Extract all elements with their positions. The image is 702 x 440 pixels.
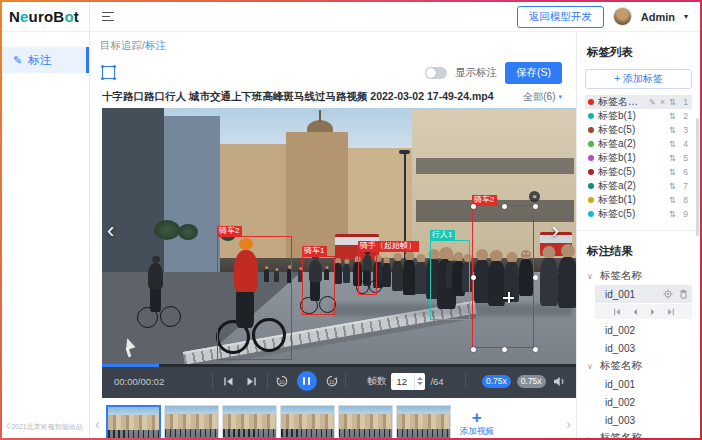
resize-cursor-icon: ↔ <box>521 246 531 257</box>
breadcrumb-parent[interactable]: 目标追踪 <box>100 39 142 51</box>
logo-accent: o <box>64 8 73 25</box>
prev-video-chevron-icon[interactable]: ‹ <box>107 220 114 242</box>
bbox-handle[interactable] <box>502 347 507 352</box>
sort-icon[interactable]: ⇅ <box>669 97 676 107</box>
pencil-icon: ✎ <box>13 54 22 67</box>
result-id-row[interactable]: id_003 <box>595 339 692 357</box>
user-avatar[interactable] <box>613 7 632 26</box>
caret-expanded-icon[interactable]: ∨ <box>587 362 595 371</box>
bbox-label: 骑手（起始帧） <box>358 241 419 252</box>
seek-bar[interactable] <box>102 364 576 367</box>
video-thumbnail[interactable] <box>106 405 161 438</box>
next-video-chevron-icon[interactable]: › <box>552 220 559 242</box>
bbox-handle[interactable] <box>502 204 507 209</box>
delete-label-icon[interactable]: × <box>660 97 665 107</box>
show-annotation-toggle[interactable] <box>425 67 447 79</box>
frame-pagination[interactable] <box>595 304 692 319</box>
label-row[interactable]: 标签c(5) ⇅ 9 <box>585 207 692 221</box>
sort-icon[interactable]: ⇅ <box>669 125 676 135</box>
label-row[interactable]: 标签a(2) ⇅ 7 <box>585 179 692 193</box>
result-id-row[interactable]: id_002 <box>595 393 692 411</box>
next-frame-icon[interactable] <box>649 308 657 316</box>
label-order: 2 <box>680 111 688 121</box>
bounding-box[interactable]: 骑车2 <box>217 236 292 360</box>
sidebar-item-annotation[interactable]: ✎ 标注 <box>2 47 89 73</box>
labels-scrollbar[interactable] <box>696 118 699 236</box>
save-button[interactable]: 保存(S) <box>505 62 562 84</box>
back-to-model-dev-button[interactable]: 返回模型开发 <box>517 6 604 28</box>
result-id-row[interactable]: id_003 <box>595 411 692 429</box>
label-name: 标签名字最长数... <box>598 95 645 109</box>
bounding-box[interactable]: 骑车1 <box>302 256 335 315</box>
rect-select-tool-icon[interactable] <box>102 66 115 79</box>
video-thumbnail[interactable] <box>338 405 393 438</box>
label-row[interactable]: 标签a(2) ⇅ 4 <box>585 137 692 151</box>
pause-button[interactable] <box>297 371 317 391</box>
result-group-header[interactable]: ›标签名称 <box>585 429 692 438</box>
sort-icon[interactable]: ⇅ <box>669 209 676 219</box>
video-canvas[interactable]: 骑车2骑车1骑手（起始帧）行人1骑车2× ‹ › ↔ <box>102 108 576 364</box>
label-color-dot <box>588 169 594 175</box>
filter-dropdown[interactable]: 全部(6) ▾ <box>523 90 562 104</box>
result-group-header[interactable]: ∨标签名称 <box>585 357 692 375</box>
bbox-handle[interactable] <box>471 204 476 209</box>
label-row[interactable]: 标签c(5) ⇅ 3 <box>585 123 692 137</box>
user-menu-caret-icon[interactable]: ▾ <box>684 12 688 21</box>
video-thumbnail[interactable] <box>222 405 277 438</box>
add-video-button[interactable]: + 添加视频 <box>454 404 500 438</box>
prev-frame-icon[interactable] <box>631 308 639 316</box>
bounding-box[interactable]: 骑车2× <box>472 205 534 348</box>
locate-icon[interactable] <box>663 289 673 299</box>
result-id-row[interactable]: id_001 <box>595 375 692 393</box>
speed-controls: 0.75x0.75x <box>466 375 553 388</box>
sort-icon[interactable]: ⇅ <box>669 167 676 177</box>
label-row[interactable]: 标签名字最长数...✎× ⇅ 1 <box>585 95 692 109</box>
edit-label-icon[interactable]: ✎ <box>649 97 656 107</box>
add-label-button[interactable]: + 添加标签 <box>585 69 692 89</box>
sort-icon[interactable]: ⇅ <box>669 139 676 149</box>
video-thumbnail[interactable] <box>164 405 219 438</box>
label-row[interactable]: 标签c(5) ⇅ 6 <box>585 165 692 179</box>
bbox-handle[interactable] <box>471 275 476 280</box>
trash-icon[interactable] <box>679 289 688 299</box>
result-group-header[interactable]: ∨标签名称 <box>585 267 692 285</box>
first-frame-icon[interactable] <box>613 308 621 316</box>
next-frame-icon[interactable] <box>246 376 257 387</box>
label-name: 标签b(1) <box>598 193 665 207</box>
bounding-box[interactable]: 行人1 <box>430 240 470 320</box>
sort-icon[interactable]: ⇅ <box>669 111 676 121</box>
speed-pill[interactable]: 0.75x <box>482 375 511 388</box>
sort-icon[interactable]: ⇅ <box>669 195 676 205</box>
frame-count-label: 帧数 <box>367 375 386 388</box>
bbox-handle[interactable] <box>533 275 538 280</box>
bbox-delete-button[interactable]: × <box>529 191 540 202</box>
bbox-handle[interactable] <box>533 204 538 209</box>
sort-icon[interactable]: ⇅ <box>669 153 676 163</box>
bounding-box[interactable]: 骑手（起始帧） <box>358 251 377 295</box>
result-id-row[interactable]: id_002 <box>595 321 692 339</box>
last-frame-icon[interactable] <box>667 308 675 316</box>
volume-icon[interactable] <box>553 376 566 387</box>
forward-10-icon[interactable]: 10 <box>325 374 339 388</box>
speed-pill[interactable]: 0.75x <box>517 375 546 388</box>
filmstrip-next-icon[interactable]: › <box>563 416 574 432</box>
bbox-handle[interactable] <box>471 347 476 352</box>
rewind-10-icon[interactable]: 10 <box>275 374 289 388</box>
filmstrip-prev-icon[interactable]: ‹ <box>92 416 103 432</box>
caret-collapsed-icon[interactable]: › <box>587 434 595 439</box>
caret-expanded-icon[interactable]: ∨ <box>587 272 595 281</box>
bbox-label: 行人1 <box>430 230 455 241</box>
label-row[interactable]: 标签b(1) ⇅ 2 <box>585 109 692 123</box>
sort-icon[interactable]: ⇅ <box>669 181 676 191</box>
video-thumbnail[interactable] <box>396 405 451 438</box>
bbox-handle[interactable] <box>533 347 538 352</box>
video-thumbnail[interactable] <box>280 405 335 438</box>
prev-frame-icon[interactable] <box>223 376 234 387</box>
frame-number-input[interactable]: 12 <box>391 373 425 390</box>
label-row[interactable]: 标签b(1) ⇅ 8 <box>585 193 692 207</box>
label-row[interactable]: 标签b(1) ⇅ 5 <box>585 151 692 165</box>
frame-stepper[interactable] <box>414 373 425 390</box>
collapse-sidebar-icon[interactable] <box>102 12 114 22</box>
result-id-row[interactable]: id_001 <box>595 285 692 303</box>
time-display: 00:00/00:02 <box>102 376 212 387</box>
